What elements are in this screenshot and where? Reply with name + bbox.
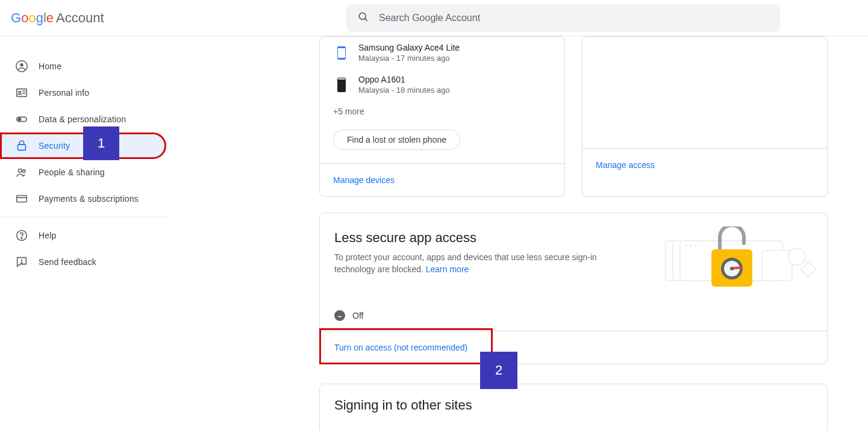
more-devices-link[interactable]: +5 more	[320, 101, 564, 127]
search-input[interactable]	[346, 4, 780, 32]
sidebar-item-label: Help	[39, 231, 57, 240]
sidebar-item-personal-info[interactable]: Personal info	[0, 79, 166, 106]
svg-rect-23	[762, 251, 792, 281]
sidebar-item-label: Data & personalization	[39, 114, 126, 124]
svg-point-21	[690, 245, 692, 247]
svg-rect-8	[18, 145, 26, 150]
less-secure-card: Less secure app access To protect your a…	[319, 213, 828, 364]
svg-point-3	[20, 63, 23, 67]
device-meta: Malaysia - 17 minutes ago	[358, 54, 460, 63]
manage-access-link[interactable]: Manage access	[596, 160, 655, 170]
svg-point-24	[788, 248, 805, 265]
svg-point-9	[19, 169, 22, 173]
find-phone-button[interactable]: Find a lost or stolen phone	[333, 129, 460, 150]
device-item[interactable]: Samsung Galaxy Ace4 Lite Malaysia - 17 m…	[320, 37, 564, 69]
sidebar-item-label: People & sharing	[39, 167, 105, 177]
svg-point-7	[18, 118, 21, 121]
main-content: Samsung Galaxy Ace4 Lite Malaysia - 17 m…	[169, 36, 868, 430]
svg-point-31	[730, 267, 734, 270]
status-row: – Off	[334, 310, 813, 321]
signing-title: Signing in to other sites	[334, 397, 813, 413]
nav-divider	[0, 217, 169, 217]
sidebar-item-help[interactable]: Help	[0, 222, 166, 249]
person-circle-icon	[14, 59, 29, 73]
svg-line-1	[365, 18, 367, 20]
phone-icon	[333, 43, 350, 63]
devices-card: Samsung Galaxy Ace4 Lite Malaysia - 17 m…	[319, 36, 565, 197]
sidebar-item-label: Personal info	[39, 88, 89, 98]
sidebar-item-label: Security	[39, 141, 70, 151]
less-secure-desc: To protect your account, apps and device…	[334, 252, 611, 275]
svg-point-0	[359, 13, 366, 19]
people-icon	[14, 165, 29, 179]
annotation-callout-1: 1	[83, 126, 119, 160]
svg-point-14	[21, 238, 22, 239]
manage-devices-link[interactable]: Manage devices	[333, 175, 395, 185]
logo[interactable]: Google Account	[11, 10, 104, 26]
device-name: Oppo A1601	[358, 75, 450, 84]
svg-point-16	[21, 263, 22, 263]
device-meta: Malaysia - 18 minutes ago	[358, 86, 450, 95]
account-text: Account	[56, 10, 104, 26]
svg-point-10	[22, 170, 25, 173]
svg-point-5	[19, 91, 21, 93]
less-secure-graphic	[660, 226, 816, 293]
turn-on-access-link[interactable]: Turn on access (not recommended)	[334, 343, 467, 352]
sidebar-item-payments[interactable]: Payments & subscriptions	[0, 185, 166, 212]
svg-point-22	[695, 245, 697, 247]
svg-rect-25	[801, 261, 816, 276]
svg-point-20	[685, 245, 687, 247]
sidebar-item-label: Send feedback	[39, 257, 96, 267]
id-card-icon	[14, 86, 29, 100]
svg-rect-4	[17, 89, 27, 97]
learn-more-link[interactable]: Learn more	[426, 264, 469, 274]
sidebar: Home Personal info Data & personalizatio…	[0, 36, 169, 430]
sidebar-item-feedback[interactable]: Send feedback	[0, 249, 166, 275]
annotation-callout-2: 2	[480, 352, 517, 389]
device-item[interactable]: Oppo A1601 Malaysia - 18 minutes ago	[320, 69, 564, 101]
search-icon	[357, 11, 369, 25]
help-icon	[14, 228, 29, 243]
status-text: Off	[352, 311, 363, 320]
phone-icon	[333, 75, 350, 95]
minus-circle-icon: –	[334, 310, 345, 321]
device-name: Samsung Galaxy Ace4 Lite	[358, 43, 460, 52]
access-card: Manage access	[582, 36, 828, 197]
sidebar-item-label: Home	[39, 61, 61, 71]
svg-rect-11	[17, 196, 27, 202]
toggle-icon	[14, 112, 29, 126]
search-wrap	[346, 4, 780, 32]
lock-icon	[14, 139, 29, 153]
sidebar-item-label: Payments & subscriptions	[39, 194, 139, 204]
credit-card-icon	[14, 192, 29, 206]
feedback-icon	[14, 255, 29, 269]
sidebar-item-home[interactable]: Home	[0, 53, 166, 79]
header: Google Account	[0, 0, 868, 36]
signing-card: Signing in to other sites	[319, 384, 828, 430]
sidebar-item-people-sharing[interactable]: People & sharing	[0, 159, 166, 185]
google-logo-text: Google	[11, 10, 54, 26]
